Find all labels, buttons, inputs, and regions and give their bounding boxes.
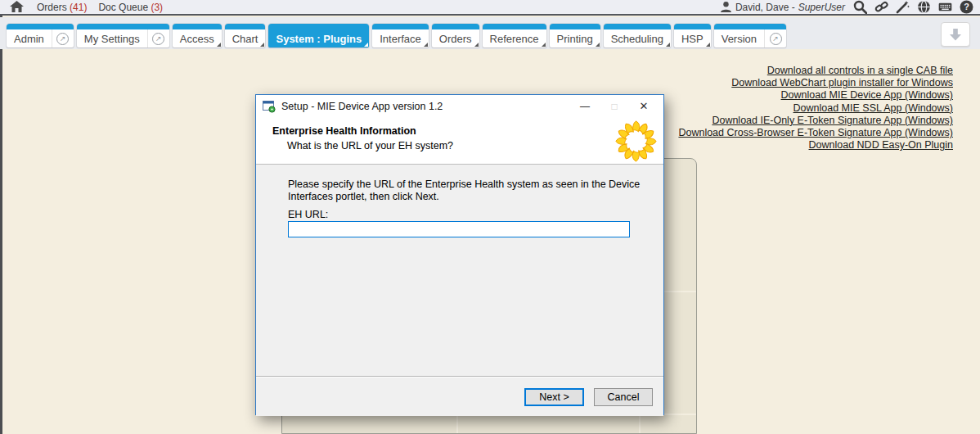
tab-label: Access: [173, 29, 222, 47]
close-button[interactable]: ✕: [629, 95, 659, 117]
tab-bar: Admin↗My Settings↗AccessChartSystem : Pl…: [0, 17, 980, 49]
dialog-subheading: What is the URL of your EH system?: [287, 140, 453, 151]
link-icon[interactable]: [874, 0, 888, 14]
tab-label: Printing: [550, 29, 600, 47]
nav-doc-queue-label: Doc Queue: [98, 2, 148, 13]
tab-bar-tabs: Admin↗My Settings↗AccessChartSystem : Pl…: [7, 24, 786, 47]
dialog-heading: Enterprise Health Information: [272, 125, 416, 137]
portlet-divider: [456, 415, 458, 433]
download-links: Download all controls in a single CAB fi…: [678, 65, 953, 151]
tab-label: Version: [714, 29, 764, 47]
download-arrow-icon: [949, 28, 962, 42]
download-link[interactable]: Download MIE SSL App (Windows): [678, 102, 953, 115]
tab-access[interactable]: Access: [173, 24, 222, 47]
dialog-title-bar[interactable]: Setup - MIE Device App version 1.2 — □ ✕: [256, 95, 663, 117]
tab-label: Admin: [7, 29, 52, 47]
nav-orders-label: Orders: [37, 2, 67, 13]
tab-scheduling[interactable]: Scheduling: [604, 24, 671, 47]
tab-reference[interactable]: Reference: [483, 24, 546, 47]
cancel-button[interactable]: Cancel: [594, 388, 653, 406]
dialog-title: Setup - MIE Device App version 1.2: [281, 101, 570, 112]
tab-interface[interactable]: Interface: [372, 24, 429, 47]
setup-dialog: Setup - MIE Device App version 1.2 — □ ✕…: [255, 94, 664, 415]
open-external-icon[interactable]: ↗: [764, 29, 786, 47]
app-root: Orders (41) Doc Queue (3) David, Dave - …: [0, 0, 980, 434]
open-external-icon[interactable]: ↗: [147, 29, 169, 47]
arrow-up-right-icon: ↗: [152, 33, 164, 45]
globe-icon[interactable]: [917, 0, 931, 14]
tab-label: Orders: [432, 29, 479, 47]
tab-system-plugins[interactable]: System : Plugins: [268, 24, 369, 47]
tab-label: Scheduling: [604, 29, 671, 47]
download-link[interactable]: Download all controls in a single CAB fi…: [678, 65, 953, 77]
tab-label: HSP: [674, 29, 711, 47]
topbar-icon-group: ?: [853, 0, 973, 14]
dialog-header: Enterprise Health Information What is th…: [256, 117, 663, 165]
user-name: David, Dave -: [735, 2, 795, 13]
portlet-divider: [639, 415, 641, 433]
svg-text:?: ?: [964, 2, 969, 11]
arrow-up-right-icon: ↗: [56, 33, 69, 45]
tab-label: System : Plugins: [268, 29, 369, 47]
user-role: SuperUser: [798, 2, 845, 13]
user-icon: [720, 1, 732, 13]
tab-label: Chart: [225, 29, 266, 47]
eh-url-label: EH URL:: [288, 209, 328, 220]
help-icon[interactable]: ?: [960, 0, 973, 14]
arrow-up-right-icon: ↗: [770, 33, 782, 45]
tab-chart[interactable]: Chart: [225, 24, 266, 47]
user-menu[interactable]: David, Dave - SuperUser: [720, 1, 845, 13]
tab-admin[interactable]: Admin↗: [7, 24, 74, 47]
tab-orders[interactable]: Orders: [432, 24, 479, 47]
dialog-footer: Next > Cancel: [256, 376, 663, 416]
nav-orders[interactable]: Orders (41): [37, 2, 87, 13]
next-button[interactable]: Next >: [524, 388, 584, 406]
eh-url-input[interactable]: [288, 221, 630, 237]
nav-doc-queue[interactable]: Doc Queue (3): [98, 2, 163, 13]
nav-orders-count: (41): [70, 2, 87, 13]
download-link[interactable]: Download NDD Easy-On Plugin: [678, 139, 953, 151]
nav-doc-queue-count: (3): [151, 2, 163, 13]
installer-icon: [263, 100, 276, 113]
download-link[interactable]: Download WebChart plugin installer for W…: [678, 77, 953, 89]
download-link[interactable]: Download MIE Device App (Windows): [678, 89, 953, 102]
tab-label: Reference: [483, 29, 546, 47]
keyboard-icon[interactable]: [938, 0, 952, 14]
tab-label: My Settings: [77, 29, 147, 47]
dialog-body: Please specify the URL of the Enterprise…: [256, 165, 663, 376]
wand-icon[interactable]: [896, 0, 910, 14]
download-link[interactable]: Download Cross-Browser E-Token Signature…: [678, 127, 953, 139]
download-controls-button[interactable]: [941, 22, 970, 47]
download-link[interactable]: Download IE-Only E-Token Signature App (…: [678, 115, 953, 127]
tab-my-settings[interactable]: My Settings↗: [77, 24, 169, 47]
search-icon[interactable]: [853, 0, 867, 14]
open-external-icon[interactable]: ↗: [52, 29, 74, 47]
dialog-instruction: Please specify the URL of the Enterprise…: [288, 179, 641, 203]
left-edge-strip: [0, 16, 2, 434]
top-bar: Orders (41) Doc Queue (3) David, Dave - …: [0, 0, 980, 16]
home-icon[interactable]: [10, 1, 24, 13]
tab-version[interactable]: Version↗: [714, 24, 786, 47]
minimize-button[interactable]: —: [570, 95, 600, 117]
tab-printing[interactable]: Printing: [550, 24, 600, 47]
tab-label: Interface: [372, 29, 429, 47]
enterprise-health-logo-icon: [613, 118, 659, 165]
tab-hsp[interactable]: HSP: [674, 24, 711, 47]
maximize-button: □: [600, 95, 629, 117]
